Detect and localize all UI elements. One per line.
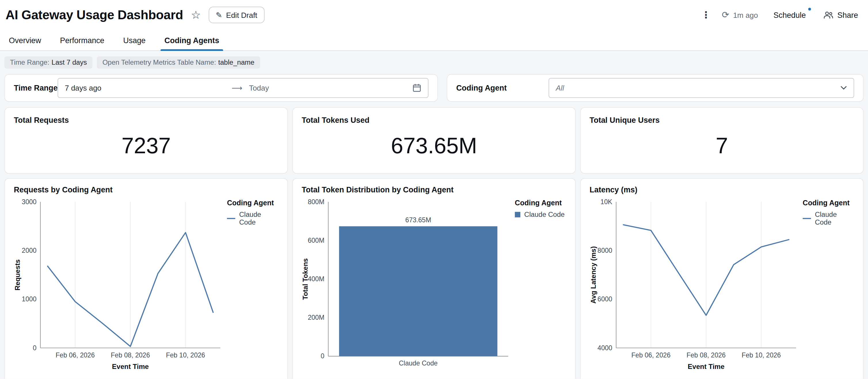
- chart-body: 0200M400M600M800M673.65MClaude CodeTotal…: [302, 195, 566, 373]
- time-range-filter-label: Time Range: [14, 83, 58, 92]
- dashboard-app: AI Gateway Usage Dashboard ☆ ✎ Edit Draf…: [0, 0, 868, 379]
- tab-performance[interactable]: Performance: [51, 30, 114, 50]
- requests-chart-card: Requests by Coding Agent 0100020003000Fe…: [4, 178, 288, 379]
- chart-title: Latency (ms): [590, 185, 854, 194]
- svg-text:0: 0: [33, 344, 36, 352]
- kpi-row: Total Requests 7237 Total Tokens Used 67…: [0, 102, 868, 174]
- chevron-down-icon: [840, 86, 847, 90]
- coding-agent-filter-card: Coding Agent All: [447, 74, 863, 102]
- legend-line-swatch: [803, 218, 811, 219]
- svg-text:3000: 3000: [22, 198, 36, 206]
- svg-text:Total Tokens: Total Tokens: [302, 258, 309, 300]
- svg-text:800M: 800M: [308, 198, 324, 206]
- filter-chip-time-range: Time Range:Last 7 days: [4, 56, 92, 68]
- filters-row: Time Range 7 days ago ⟶ Today Coding Age…: [0, 72, 868, 102]
- date-range-input[interactable]: 7 days ago ⟶ Today: [58, 78, 429, 98]
- svg-text:Feb 08, 2026: Feb 08, 2026: [111, 351, 150, 359]
- edit-draft-label: Edit Draft: [226, 11, 257, 19]
- legend-entry-claude-code[interactable]: Claude Code: [803, 211, 854, 226]
- title-row: AI Gateway Usage Dashboard ☆ ✎ Edit Draf…: [0, 0, 868, 30]
- svg-text:10K: 10K: [600, 198, 613, 206]
- svg-text:673.65M: 673.65M: [405, 216, 431, 224]
- requests-line-chart: 0100020003000Feb 06, 2026Feb 08, 2026Feb…: [14, 195, 227, 373]
- filter-chip-table-name: Open Telemetry Metrics Table Name:table_…: [97, 56, 260, 68]
- tab-overview[interactable]: Overview: [9, 30, 51, 50]
- chip-label: Time Range:: [10, 59, 50, 66]
- svg-text:Avg Latency (ms): Avg Latency (ms): [590, 246, 597, 303]
- kpi-card-unique-users: Total Unique Users 7: [580, 107, 864, 174]
- svg-text:8000: 8000: [597, 247, 612, 254]
- last-refreshed-label: 1m ago: [733, 11, 758, 19]
- coding-agent-select-value: All: [556, 84, 564, 92]
- kpi-title: Total Tokens Used: [302, 115, 566, 125]
- share-button[interactable]: Share: [824, 11, 858, 20]
- latency-chart-card: Latency (ms) 40006000800010KFeb 06, 2026…: [580, 178, 864, 379]
- edit-draft-button[interactable]: ✎ Edit Draft: [209, 7, 265, 23]
- svg-text:600M: 600M: [308, 237, 324, 244]
- token-distribution-chart-card: Total Token Distribution by Coding Agent…: [292, 178, 576, 379]
- svg-text:Event Time: Event Time: [112, 363, 149, 370]
- refresh-button[interactable]: ⟳ 1m ago: [722, 11, 758, 20]
- kpi-value: 7237: [5, 133, 287, 159]
- favorite-star-icon[interactable]: ☆: [191, 9, 201, 21]
- schedule-label: Schedule: [774, 11, 806, 20]
- chart-legend: Coding Agent Claude Code: [227, 195, 279, 373]
- svg-text:4000: 4000: [597, 344, 612, 352]
- legend-entry-claude-code[interactable]: Claude Code: [227, 211, 279, 226]
- legend-entry-label: Claude Code: [815, 211, 854, 226]
- chip-value: Last 7 days: [52, 59, 87, 66]
- svg-text:200M: 200M: [308, 314, 324, 321]
- dashboard-header: AI Gateway Usage Dashboard ☆ ✎ Edit Draf…: [0, 0, 868, 51]
- calendar-icon[interactable]: [412, 83, 421, 92]
- svg-text:Feb 08, 2026: Feb 08, 2026: [686, 351, 725, 359]
- charts-row: Requests by Coding Agent 0100020003000Fe…: [0, 174, 868, 379]
- svg-text:400M: 400M: [308, 275, 324, 283]
- legend-title: Coding Agent: [803, 199, 854, 207]
- chart-body: 0100020003000Feb 06, 2026Feb 08, 2026Feb…: [14, 195, 278, 373]
- tab-usage[interactable]: Usage: [114, 30, 155, 50]
- legend-entry-label: Claude Code: [239, 211, 279, 226]
- svg-text:Feb 10, 2026: Feb 10, 2026: [742, 351, 781, 359]
- chart-legend: Coding Agent Claude Code: [803, 195, 854, 373]
- token-distribution-bar-chart: 0200M400M600M800M673.65MClaude CodeTotal…: [302, 195, 515, 373]
- svg-text:Feb 06, 2026: Feb 06, 2026: [631, 351, 671, 359]
- legend-square-swatch: [515, 212, 520, 217]
- legend-entry-label: Claude Code: [524, 211, 565, 218]
- svg-text:0: 0: [320, 352, 324, 360]
- svg-text:6000: 6000: [597, 295, 612, 303]
- tab-label: Performance: [60, 36, 104, 44]
- share-label: Share: [837, 11, 858, 20]
- kpi-value: 673.65M: [293, 133, 575, 159]
- tab-label: Usage: [123, 36, 146, 44]
- schedule-notification-dot: [808, 8, 811, 11]
- svg-text:Claude Code: Claude Code: [399, 359, 438, 367]
- time-range-filter-card: Time Range 7 days ago ⟶ Today: [4, 74, 438, 102]
- chip-label: Open Telemetry Metrics Table Name:: [102, 59, 216, 66]
- svg-text:Event Time: Event Time: [688, 363, 725, 370]
- coding-agent-select[interactable]: All: [549, 78, 854, 98]
- svg-text:Feb 06, 2026: Feb 06, 2026: [56, 351, 95, 359]
- svg-text:Feb 10, 2026: Feb 10, 2026: [166, 351, 205, 359]
- tab-coding-agents[interactable]: Coding Agents: [155, 30, 229, 50]
- kpi-value: 7: [581, 133, 863, 159]
- legend-title: Coding Agent: [227, 199, 279, 207]
- dashboard-tabs: Overview Performance Usage Coding Agents: [0, 30, 868, 51]
- schedule-button[interactable]: Schedule: [774, 11, 806, 20]
- svg-text:1000: 1000: [22, 295, 36, 303]
- overflow-menu-icon[interactable]: ⋮: [697, 9, 715, 21]
- legend-entry-claude-code[interactable]: Claude Code: [515, 211, 566, 218]
- date-range-start[interactable]: 7 days ago: [65, 84, 228, 92]
- applied-filter-chips: Time Range:Last 7 days Open Telemetry Me…: [0, 51, 868, 72]
- kpi-card-total-requests: Total Requests 7237: [4, 107, 288, 174]
- latency-line-chart: 40006000800010KFeb 06, 2026Feb 08, 2026F…: [590, 195, 803, 373]
- svg-text:Requests: Requests: [14, 260, 21, 290]
- kpi-title: Total Requests: [14, 115, 278, 125]
- page-title: AI Gateway Usage Dashboard: [5, 7, 183, 23]
- coding-agent-filter-label: Coding Agent: [456, 83, 507, 92]
- chip-value: table_name: [218, 59, 254, 66]
- legend-title: Coding Agent: [515, 199, 566, 207]
- tab-label: Overview: [9, 36, 41, 44]
- legend-line-swatch: [227, 218, 236, 219]
- date-range-end[interactable]: Today: [246, 84, 413, 92]
- people-icon: [824, 11, 833, 19]
